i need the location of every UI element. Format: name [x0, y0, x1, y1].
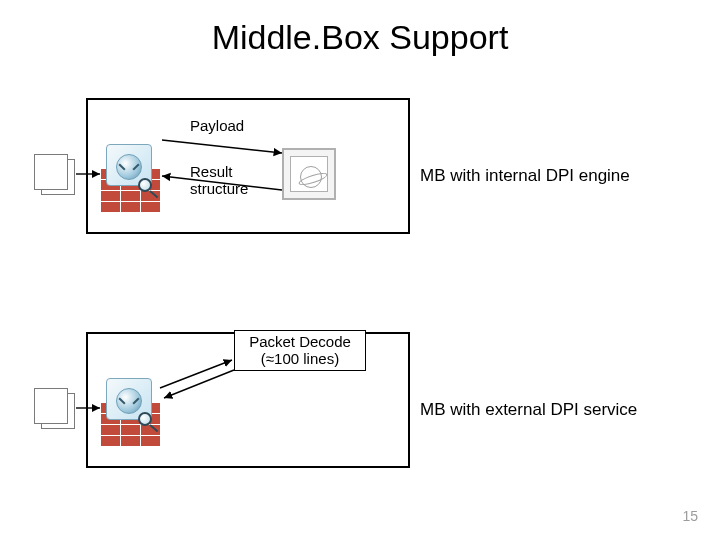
- dpi-engine-icon: [282, 148, 336, 200]
- firewall-appliance-icon: [100, 168, 160, 212]
- firewall-appliance-icon: [100, 402, 160, 446]
- caption-top: MB with internal DPI engine: [420, 166, 630, 186]
- slide-number: 15: [682, 508, 698, 524]
- slide-title: Middle.Box Support: [0, 18, 720, 57]
- label-packet-decode: Packet Decode (≈100 lines): [234, 330, 366, 371]
- label-payload: Payload: [190, 118, 244, 135]
- config-file-icon: [34, 388, 76, 430]
- caption-bottom: MB with external DPI service: [420, 400, 637, 420]
- config-file-icon: [34, 154, 76, 196]
- label-result: Result structure: [190, 164, 248, 197]
